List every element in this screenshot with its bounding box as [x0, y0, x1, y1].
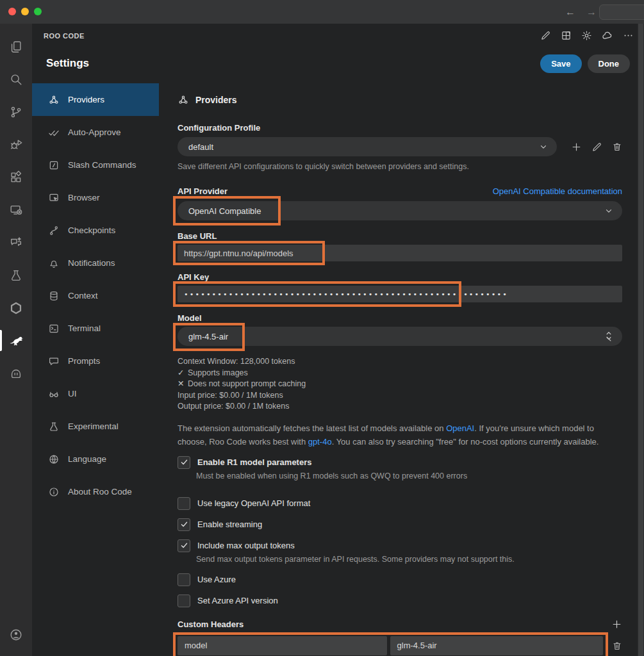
- zoom-window-button[interactable]: [34, 8, 42, 15]
- checkbox-enable-r1[interactable]: Enable R1 model parameters: [178, 456, 622, 469]
- edit-icon[interactable]: [540, 30, 551, 42]
- add-header-icon[interactable]: [611, 619, 622, 630]
- nav-label: Auto-Approve: [68, 127, 121, 137]
- nav-item-slash-commands[interactable]: Slash Commands: [32, 149, 159, 181]
- checkbox-label: Use legacy OpenAI API format: [197, 498, 310, 508]
- checkbox-use-azure[interactable]: Use Azure: [178, 573, 622, 586]
- x-icon: ✕: [178, 379, 188, 390]
- checkbox-checked-icon: [178, 539, 190, 552]
- settings-nav: Providers Auto-Approve Slash Commands Br…: [32, 79, 159, 656]
- check-icon: ✓: [178, 368, 188, 379]
- model-value: glm-4.5-air: [188, 332, 604, 341]
- nav-item-checkpoints[interactable]: Checkpoints: [32, 214, 159, 247]
- profile-select[interactable]: default: [178, 137, 557, 156]
- run-debug-icon[interactable]: [0, 128, 32, 161]
- api-provider-select[interactable]: OpenAI Compatible: [178, 201, 622, 220]
- hexagon-extension-icon[interactable]: [0, 291, 32, 324]
- double-check-icon: [48, 127, 60, 138]
- checkbox-legacy-format[interactable]: Use legacy OpenAI API format: [178, 497, 622, 510]
- nav-label: About Roo Code: [68, 487, 132, 496]
- checkbox-include-max-tokens[interactable]: Include max output tokens: [178, 539, 622, 552]
- nav-item-notifications[interactable]: Notifications: [32, 247, 159, 279]
- nav-item-ui[interactable]: UI: [32, 377, 159, 410]
- api-key-input[interactable]: ••••••••••••••••••••••••••••••••••••••••…: [178, 286, 622, 302]
- checkbox-enable-streaming[interactable]: Enable streaming: [178, 518, 622, 531]
- model-select[interactable]: glm-4.5-air: [178, 327, 622, 346]
- bell-icon: [48, 258, 60, 269]
- git-branch-icon: [48, 225, 60, 236]
- database-icon: [48, 290, 60, 302]
- cloud-icon[interactable]: [602, 30, 613, 42]
- minimize-window-button[interactable]: [21, 8, 29, 15]
- command-center-searchbox[interactable]: [599, 4, 644, 20]
- checkbox-label: Enable streaming: [197, 520, 262, 529]
- nav-item-browser[interactable]: Browser: [32, 181, 159, 214]
- activity-bar: [0, 24, 32, 656]
- roo-code-kangaroo-icon[interactable]: [0, 324, 32, 357]
- api-key-masked-value: ••••••••••••••••••••••••••••••••••••••••…: [184, 290, 508, 299]
- nav-item-auto-approve[interactable]: Auto-Approve: [32, 116, 159, 149]
- nav-label: Browser: [68, 193, 100, 202]
- model-info-block: Context Window: 128,000 tokens ✓Supports…: [178, 356, 622, 413]
- header-value-input[interactable]: glm-4.5-air: [390, 636, 603, 655]
- titlebar: ← →: [0, 0, 644, 24]
- vertical-scrollbar[interactable]: [638, 24, 644, 656]
- model-fetch-description: The extension automatically fetches the …: [178, 422, 622, 448]
- explorer-icon[interactable]: [0, 30, 32, 63]
- chevron-up-down-icon: [604, 331, 613, 341]
- delete-header-icon[interactable]: [612, 641, 622, 651]
- nav-item-context[interactable]: Context: [32, 279, 159, 312]
- gpt4o-link[interactable]: gpt-4o: [308, 437, 332, 447]
- source-control-icon[interactable]: [0, 95, 32, 128]
- remote-monitor-error-icon[interactable]: [0, 193, 32, 226]
- checkbox-label: Enable R1 model parameters: [197, 457, 311, 467]
- history-back-icon[interactable]: ←: [565, 6, 575, 18]
- account-icon[interactable]: [0, 618, 32, 651]
- test-flask-icon[interactable]: [0, 259, 32, 291]
- open-in-editor-icon[interactable]: [561, 30, 572, 42]
- roo-code-settings-window: ← →: [0, 0, 644, 656]
- providers-icon: [178, 94, 189, 106]
- robot-assistant-icon[interactable]: [0, 357, 32, 390]
- done-button[interactable]: Done: [588, 54, 631, 73]
- model-label: Model: [178, 313, 622, 323]
- nav-item-language[interactable]: Language: [32, 443, 159, 475]
- settings-gear-icon[interactable]: [581, 30, 592, 42]
- openai-link[interactable]: OpenAI: [446, 423, 474, 433]
- provider-doc-link[interactable]: OpenAI Compatible documentation: [493, 186, 622, 196]
- checkbox-checked-icon: [178, 456, 190, 469]
- nav-label: Context: [68, 291, 98, 300]
- delete-profile-icon[interactable]: [612, 142, 622, 152]
- slash-square-icon: [48, 160, 60, 171]
- scrollbar-thumb[interactable]: [638, 24, 643, 656]
- nav-label: Terminal: [68, 324, 101, 333]
- api-provider-label: API Provider: [178, 186, 227, 196]
- nav-item-prompts[interactable]: Prompts: [32, 345, 159, 377]
- checkbox-label: Use Azure: [197, 575, 236, 584]
- header-key-input[interactable]: model: [178, 636, 387, 655]
- search-icon[interactable]: [0, 63, 32, 95]
- speech-bubble-icon: [48, 356, 60, 367]
- base-url-label: Base URL: [178, 231, 622, 241]
- panel-header: ROO CODE: [32, 24, 644, 47]
- save-button[interactable]: Save: [540, 54, 581, 73]
- roo-code-panel: ROO CODE Settings: [32, 24, 644, 656]
- history-forward-icon[interactable]: →: [586, 6, 597, 18]
- nav-item-about[interactable]: About Roo Code: [32, 475, 159, 508]
- rename-profile-icon[interactable]: [591, 142, 602, 152]
- supports-images-info: Supports images: [188, 368, 248, 377]
- add-profile-icon[interactable]: [571, 142, 582, 152]
- description-text: . You can also try searching "free" for …: [332, 437, 599, 447]
- extensions-icon[interactable]: [0, 161, 32, 193]
- checkbox-set-azure-version[interactable]: Set Azure API version: [178, 594, 622, 607]
- nav-item-experimental[interactable]: Experimental: [32, 410, 159, 443]
- chat-sparkle-icon[interactable]: [0, 226, 32, 259]
- nav-item-terminal[interactable]: Terminal: [32, 312, 159, 345]
- nav-label: Language: [68, 454, 106, 464]
- close-window-button[interactable]: [8, 8, 16, 15]
- base-url-input[interactable]: https://gpt.ntnu.no/api/models: [178, 245, 622, 261]
- api-provider-value: OpenAI Compatible: [188, 206, 604, 216]
- more-actions-icon[interactable]: [623, 30, 634, 42]
- nav-label: Notifications: [68, 258, 115, 268]
- nav-item-providers[interactable]: Providers: [32, 83, 159, 116]
